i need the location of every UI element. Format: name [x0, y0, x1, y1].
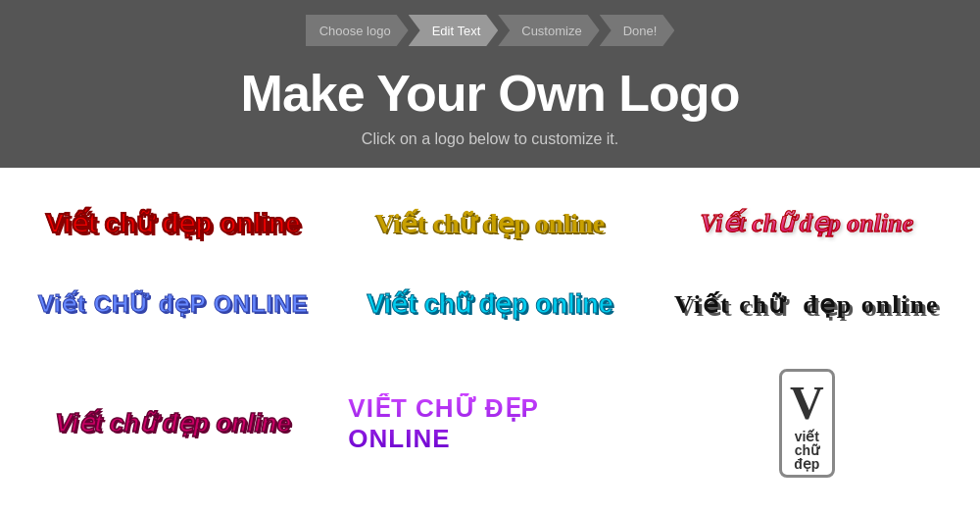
header: Choose logo Edit Text Customize Done! Ma…: [0, 0, 980, 168]
page-title: Make Your Own Logo: [0, 64, 980, 123]
logo-item-8[interactable]: VIẾT CHỮ ĐẸP ONLINE: [336, 349, 643, 497]
logo-text-4: Viết CHỮ đẹP ONLINE: [38, 290, 309, 318]
logo-item-6[interactable]: Viết chữ đẹp online: [654, 269, 960, 339]
logo-text-9: V viếtchữđẹp: [779, 369, 835, 478]
logo-text-2: Viết chữ đẹp online: [375, 208, 605, 239]
step-customize[interactable]: Customize: [498, 15, 599, 46]
step-choose-logo[interactable]: Choose logo: [306, 15, 409, 46]
logo-text-3: Viết chữ đẹp online: [700, 208, 913, 238]
logo-text-1: Viết chữ đẹp online: [46, 207, 301, 239]
logo-item-9[interactable]: V viếtchữđẹp: [654, 349, 960, 497]
logo-item-2[interactable]: Viết chữ đẹp online: [336, 187, 643, 259]
logo-item-1[interactable]: Viết chữ đẹp online: [20, 187, 326, 259]
step-done[interactable]: Done!: [600, 15, 675, 46]
logo-item-4[interactable]: Viết CHỮ đẹP ONLINE: [20, 269, 326, 339]
logo-item-5[interactable]: Viết chữ đẹp online: [336, 269, 643, 339]
logo-item-3[interactable]: Viết chữ đẹp online: [654, 187, 960, 259]
logo-grid: Viết chữ đẹp online Viết chữ đẹp online …: [0, 168, 980, 513]
logo-item-7[interactable]: Viết chữ đẹp online: [20, 349, 326, 497]
step-edit-text[interactable]: Edit Text: [409, 15, 499, 46]
logo-text-6: Viết chữ đẹp online: [674, 289, 940, 320]
page-subtitle: Click on a logo below to customize it.: [0, 130, 980, 148]
logo-text-5: Viết chữ đẹp online: [367, 288, 613, 320]
stepper: Choose logo Edit Text Customize Done!: [306, 15, 675, 46]
logo-text-8: VIẾT CHỮ ĐẸP ONLINE: [348, 393, 631, 454]
logo-text-7: Viết chữ đẹp online: [55, 408, 291, 438]
